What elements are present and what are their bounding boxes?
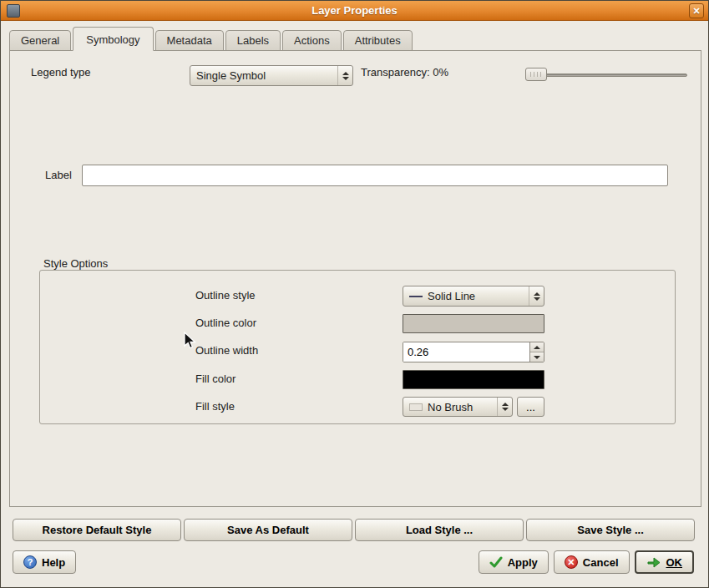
outline-style-label: Outline style	[195, 289, 256, 302]
combo-arrows[interactable]	[529, 286, 544, 306]
legend-type-combobox[interactable]: Single Symbol	[190, 65, 353, 86]
save-as-default-button[interactable]: Save As Default	[184, 519, 352, 541]
style-button-row: Restore Default Style Save As Default Lo…	[13, 519, 695, 541]
load-style-button[interactable]: Load Style ...	[355, 519, 524, 541]
window-icon	[7, 4, 20, 18]
label-input[interactable]	[82, 165, 668, 186]
outline-color-label: Outline color	[195, 317, 256, 329]
transparency-slider[interactable]	[525, 68, 687, 83]
tab-bar: General Symbology Metadata Labels Action…	[9, 21, 414, 51]
fill-style-combobox[interactable]: No Brush	[403, 397, 513, 417]
cancel-icon: ✕	[565, 555, 578, 569]
slider-handle-ridges	[530, 72, 542, 77]
tab-attributes[interactable]: Attributes	[343, 30, 413, 51]
symbology-panel: Legend type Single Symbol Transparency: …	[9, 50, 701, 507]
apply-label: Apply	[508, 556, 538, 569]
fill-color-label: Fill color	[195, 373, 235, 385]
outline-width-spinbox[interactable]	[403, 342, 544, 362]
restore-default-style-button[interactable]: Restore Default Style	[13, 519, 181, 541]
tab-label: General	[21, 34, 59, 47]
combo-arrows[interactable]	[497, 398, 512, 416]
style-options-title: Style Options	[41, 257, 110, 270]
close-icon: ✕	[692, 6, 700, 17]
outline-color-button[interactable]	[403, 314, 544, 333]
fill-color-button[interactable]	[403, 370, 544, 389]
apply-button[interactable]: Apply	[479, 550, 549, 574]
fill-style-value: No Brush	[428, 401, 473, 413]
window-title: Layer Properties	[311, 4, 398, 17]
help-icon: ?	[23, 555, 37, 569]
mouse-cursor-icon	[184, 332, 197, 350]
layer-properties-dialog: Layer Properties ✕ General Symbology Met…	[0, 0, 709, 588]
titlebar[interactable]: Layer Properties ✕	[1, 1, 708, 21]
spin-up-button[interactable]	[530, 342, 544, 352]
apply-check-icon	[489, 555, 503, 569]
spinner-down-icon	[342, 77, 349, 80]
transparency-label: Transparency: 0%	[361, 66, 448, 79]
outline-style-combobox[interactable]: Solid Line	[403, 286, 544, 307]
style-options-group: Style Options Outline style Solid Line O…	[39, 257, 676, 424]
outline-width-label: Outline width	[195, 344, 258, 357]
tab-metadata[interactable]: Metadata	[155, 30, 224, 51]
fill-style-more-button[interactable]: ...	[517, 397, 544, 417]
cancel-button[interactable]: ✕ Cancel	[554, 550, 630, 574]
legend-type-label: Legend type	[31, 66, 91, 79]
spinner-up-icon	[502, 403, 509, 406]
tab-general[interactable]: General	[9, 30, 71, 51]
legend-type-value: Single Symbol	[190, 69, 337, 82]
ok-label: OK	[666, 556, 683, 569]
slider-groove[interactable]	[525, 74, 687, 77]
label-field-label: Label	[45, 169, 72, 181]
spinner-up-icon	[534, 346, 540, 349]
help-button[interactable]: ? Help	[13, 550, 76, 574]
tab-actions[interactable]: Actions	[282, 30, 342, 51]
tab-label: Metadata	[167, 34, 212, 47]
solid-line-icon	[409, 296, 423, 297]
tab-label: Labels	[237, 34, 269, 47]
spinner-up-icon	[534, 292, 540, 296]
ok-arrow-icon	[646, 555, 661, 569]
spin-buttons	[529, 342, 544, 362]
tab-label: Attributes	[355, 34, 401, 47]
close-button[interactable]: ✕	[689, 3, 704, 18]
help-label: Help	[42, 556, 65, 569]
tab-symbology[interactable]: Symbology	[73, 27, 153, 51]
cancel-label: Cancel	[583, 556, 619, 569]
dialog-action-buttons: Apply ✕ Cancel OK	[479, 550, 694, 574]
tab-labels[interactable]: Labels	[225, 30, 281, 51]
spin-down-button[interactable]	[530, 352, 544, 362]
save-style-button[interactable]: Save Style ...	[526, 519, 695, 541]
spinner-up-icon	[342, 72, 349, 75]
style-options-frame	[39, 270, 676, 424]
spinner-down-icon	[502, 408, 509, 411]
tab-label: Symbology	[86, 33, 139, 46]
outline-width-input[interactable]	[403, 342, 529, 362]
spinner-down-icon	[534, 297, 540, 301]
spinner-down-icon	[534, 356, 540, 359]
ok-button[interactable]: OK	[635, 550, 695, 574]
outline-style-value: Solid Line	[428, 290, 475, 302]
tab-label: Actions	[294, 34, 330, 47]
slider-handle[interactable]	[525, 68, 547, 81]
fill-style-label: Fill style	[195, 400, 235, 413]
no-brush-icon	[409, 403, 423, 411]
combo-arrows[interactable]	[337, 66, 352, 85]
